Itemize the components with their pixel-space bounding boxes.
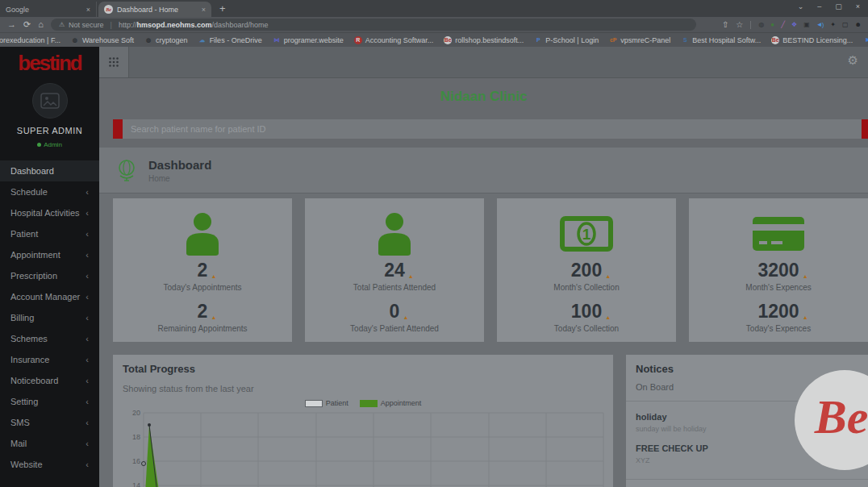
extension-icon[interactable]: ● bbox=[770, 21, 774, 28]
home-icon[interactable]: ⌂ bbox=[38, 20, 44, 29]
bookmark-favicon: S bbox=[681, 36, 689, 44]
bookmark[interactable]: SBest Hospital Softw... bbox=[681, 36, 761, 44]
person-icon bbox=[179, 208, 226, 260]
up-triangle-icon: ▲ bbox=[403, 314, 408, 320]
svg-text:16: 16 bbox=[132, 457, 140, 465]
extension-icon[interactable]: ❖ bbox=[791, 21, 796, 28]
sidebar-item-appointment[interactable]: Appointment‹ bbox=[0, 244, 99, 265]
sidebar-item-billing[interactable]: Billing‹ bbox=[0, 307, 99, 328]
appointment-point-marker bbox=[148, 423, 151, 427]
sidebar-item-sms[interactable]: SMS‹ bbox=[0, 412, 99, 433]
bookmark[interactable]: cPvpsmreC-Panel bbox=[609, 36, 670, 44]
bookmark-favicon: cP bbox=[609, 36, 617, 44]
chevron-left-icon: ‹ bbox=[86, 334, 89, 343]
stat-card-patients: 24▲ Total Patients Attended 0▲ Today's P… bbox=[305, 198, 484, 342]
chart-subtitle: Showing status from the last year bbox=[123, 384, 603, 393]
up-triangle-icon: ▲ bbox=[211, 273, 216, 279]
search-accent-left bbox=[113, 119, 123, 139]
sidebar-item-schedule[interactable]: Schedule‹ bbox=[0, 181, 99, 202]
sidebar-item-noticeboard[interactable]: Noticeboard‹ bbox=[0, 370, 99, 391]
tab-dashboard-home[interactable]: Be Dashboard - Home × bbox=[98, 2, 211, 17]
speaker-icon[interactable]: ◄) bbox=[816, 21, 824, 28]
bookmark[interactable]: PP-School | Login bbox=[534, 36, 599, 44]
new-tab-button[interactable]: + bbox=[219, 2, 226, 15]
extension-icon[interactable]: ▣ bbox=[803, 21, 809, 28]
sidebar-item-prescription[interactable]: Prescription‹ bbox=[0, 265, 99, 286]
bookmark[interactable]: ⋈programer.website bbox=[273, 36, 344, 44]
gear-icon[interactable]: ⚙ bbox=[848, 54, 858, 66]
bookmark[interactable]: BeBESTIND Licensing... bbox=[771, 36, 853, 44]
bookmark[interactable]: cforexeducation | F... bbox=[0, 36, 61, 44]
tab-search-icon[interactable]: ⌄ bbox=[798, 2, 804, 10]
chevron-left-icon: ‹ bbox=[86, 418, 89, 427]
address-bar[interactable]: ⚠ Not secure | http://hmsopd.neohms.com/… bbox=[51, 19, 696, 31]
profile-avatar-icon[interactable]: ☻ bbox=[855, 21, 861, 28]
bookmark[interactable]: RAccounting Softwar... bbox=[354, 36, 434, 44]
sidebar-item-patient[interactable]: Patient‹ bbox=[0, 223, 99, 244]
bookmark-favicon: ✖ bbox=[863, 36, 868, 44]
search-button[interactable] bbox=[862, 119, 868, 139]
window-controls: ⌄ – ▢ × bbox=[798, 2, 860, 10]
extension-icon[interactable]: ◍ bbox=[758, 21, 763, 28]
sidebar-item-schemes[interactable]: Schemes‹ bbox=[0, 328, 99, 349]
bookmark[interactable]: Berollshop.bestindsoft... bbox=[444, 36, 524, 44]
bookmark[interactable]: ◍cryptogen bbox=[144, 36, 188, 44]
hero-strip: Nidaan Clinic bbox=[99, 78, 868, 148]
stat-value: 24▲ bbox=[384, 261, 405, 280]
patient-search-input[interactable] bbox=[123, 119, 862, 139]
up-triangle-icon: ▲ bbox=[803, 273, 808, 279]
sidebar-item-setting[interactable]: Setting‹ bbox=[0, 391, 99, 412]
extension-icon[interactable]: ╱ bbox=[781, 21, 784, 28]
divider bbox=[626, 479, 868, 480]
chevron-left-icon: ‹ bbox=[86, 397, 89, 406]
chevron-left-icon: ‹ bbox=[86, 355, 89, 364]
bookmarks-bar: cforexeducation | F... ◍Warehouse Soft ◍… bbox=[0, 32, 868, 47]
toolbar-divider bbox=[750, 21, 751, 29]
sidebar-item-website[interactable]: Website‹ bbox=[0, 454, 99, 475]
close-window-button[interactable]: × bbox=[856, 2, 860, 10]
forward-icon[interactable]: → bbox=[7, 20, 16, 29]
legend-item-patient: Patient bbox=[305, 399, 348, 407]
sidebar-panel-icon[interactable]: ▢ bbox=[842, 21, 848, 28]
minimize-button[interactable]: – bbox=[817, 2, 821, 10]
stat-label-2: Today's Expences bbox=[746, 324, 811, 333]
bookmark[interactable]: ✖Understanding the... bbox=[863, 36, 868, 44]
bookmark-favicon: ☁ bbox=[198, 36, 207, 44]
sidebar: bestind SUPER ADMIN Admin Dashboard Sche… bbox=[0, 47, 99, 487]
extensions-pin-icon[interactable]: ✦ bbox=[830, 21, 835, 28]
menu-toggle-button[interactable] bbox=[99, 47, 129, 77]
bookmark[interactable]: ◍Warehouse Soft bbox=[71, 36, 134, 44]
tab-close-icon[interactable]: × bbox=[86, 6, 90, 14]
share-icon[interactable]: ⇧ bbox=[722, 20, 728, 29]
up-triangle-icon: ▲ bbox=[211, 314, 216, 320]
reload-icon[interactable]: ⟳ bbox=[23, 20, 31, 29]
stat-label-2: Today's Collection bbox=[554, 324, 619, 333]
bookmark[interactable]: ☁Files - OneDrive bbox=[198, 36, 262, 44]
tab-close-icon[interactable]: × bbox=[202, 6, 206, 14]
credit-card-icon bbox=[752, 208, 805, 260]
svg-text:1: 1 bbox=[582, 226, 591, 243]
stat-label-2: Today's Patient Attended bbox=[350, 324, 439, 333]
sidebar-item-hospital-activities[interactable]: Hospital Activities‹ bbox=[0, 202, 99, 223]
user-name: SUPER ADMIN bbox=[0, 126, 99, 135]
toolbar-right-icons: ⇧ ☆ ◍ ● ╱ ❖ ▣ ◄) ✦ ▢ ☻ bbox=[722, 20, 861, 29]
sidebar-item-account-manager[interactable]: Account Manager‹ bbox=[0, 286, 99, 307]
chevron-left-icon: ‹ bbox=[86, 250, 89, 260]
sidebar-item-mail[interactable]: Mail‹ bbox=[0, 433, 99, 454]
sidebar-item-insurance[interactable]: Insurance‹ bbox=[0, 349, 99, 370]
chevron-left-icon: ‹ bbox=[86, 271, 89, 281]
sidebar-item-dashboard[interactable]: Dashboard bbox=[0, 160, 99, 181]
globe-icon bbox=[115, 158, 138, 182]
tab-google[interactable]: Google × bbox=[0, 2, 97, 17]
bookmark-favicon: P bbox=[534, 36, 542, 44]
main-area: ⚙ Nidaan Clinic Dashboard Home bbox=[99, 47, 868, 487]
user-status: Admin bbox=[0, 141, 99, 148]
bookmark-star-icon[interactable]: ☆ bbox=[736, 20, 743, 29]
bookmark-favicon: ⋈ bbox=[273, 36, 281, 44]
not-secure-warning-icon[interactable]: ⚠ bbox=[59, 21, 65, 28]
content: 2▲ Today's Appointments 2▲ Remaining App… bbox=[99, 194, 868, 487]
maximize-button[interactable]: ▢ bbox=[835, 2, 842, 10]
up-triangle-icon: ▲ bbox=[605, 314, 611, 320]
tab-title: Dashboard - Home bbox=[117, 6, 178, 14]
tab-title: Google bbox=[6, 6, 29, 14]
